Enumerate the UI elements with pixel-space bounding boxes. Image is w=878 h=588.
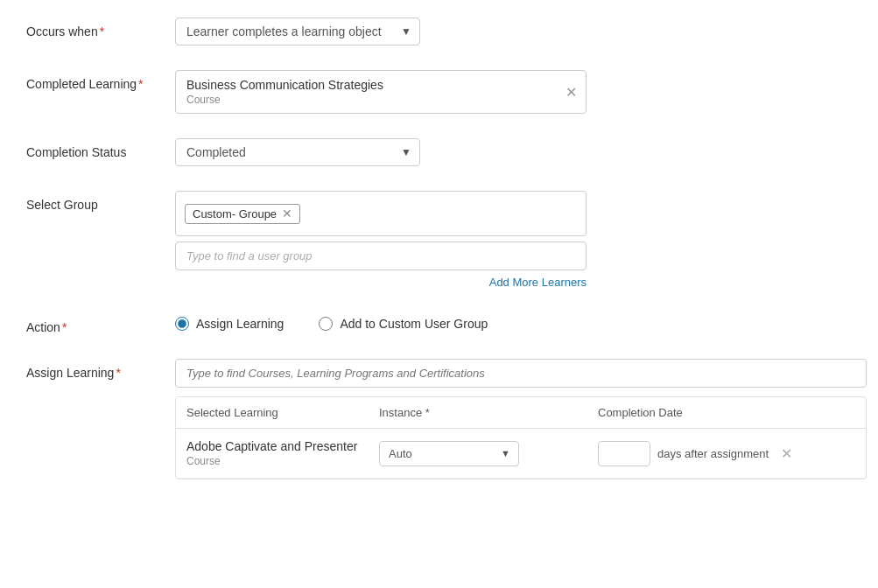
table-header: Selected Learning Instance * Completion …: [176, 397, 866, 429]
select-group-control: Custom- Groupe ✕ Add More Learners: [175, 191, 852, 289]
col-selected-learning: Selected Learning: [186, 406, 379, 419]
row-course-cell: Adobe Captivate and Presenter Course: [186, 439, 379, 467]
add-to-group-radio-label: Add to Custom User Group: [340, 317, 488, 331]
occurs-when-select[interactable]: Learner completes a learning object: [175, 18, 420, 46]
add-more-learners-link[interactable]: Add More Learners: [175, 276, 587, 289]
col-instance: Instance *: [379, 406, 598, 419]
completion-status-control: Completed Incomplete Passed Failed ▼: [175, 138, 852, 166]
action-control: Assign Learning Add to Custom User Group: [175, 313, 852, 331]
completed-learning-type: Course: [186, 94, 559, 106]
action-assign-learning-option[interactable]: Assign Learning: [175, 317, 284, 331]
assign-learning-radio-label: Assign Learning: [196, 317, 284, 331]
occurs-when-control: Learner completes a learning object ▼: [175, 18, 852, 46]
completed-learning-box: Business Communication Strategies Course…: [175, 70, 587, 114]
row-instance-cell: Auto ▼: [379, 441, 598, 466]
completed-learning-title: Business Communication Strategies: [186, 78, 559, 92]
occurs-when-select-wrapper: Learner completes a learning object ▼: [175, 18, 420, 46]
completion-status-label: Completion Status: [26, 138, 175, 159]
group-tag: Custom- Groupe ✕: [185, 204, 300, 224]
completed-learning-close-icon[interactable]: ✕: [565, 84, 577, 101]
days-after-label: days after assignment: [657, 447, 769, 460]
group-tag-input-box[interactable]: Custom- Groupe ✕: [175, 191, 587, 236]
completed-learning-control: Business Communication Strategies Course…: [175, 70, 852, 114]
assign-learning-control: Selected Learning Instance * Completion …: [175, 359, 867, 480]
assign-learning-label: Assign Learning*: [26, 359, 175, 380]
assign-learning-radio[interactable]: [175, 317, 189, 331]
assign-learning-search-input[interactable]: [175, 359, 867, 388]
completion-status-row: Completion Status Completed Incomplete P…: [26, 138, 852, 166]
row-close-icon[interactable]: ✕: [781, 445, 792, 462]
col-completion-date: Completion Date: [598, 406, 855, 419]
assign-learning-row: Assign Learning* Selected Learning Insta…: [26, 359, 852, 480]
table-row: Adobe Captivate and Presenter Course Aut…: [176, 429, 866, 479]
action-row: Action* Assign Learning Add to Custom Us…: [26, 313, 852, 334]
completion-date-area: 180 days after assignment ✕: [598, 441, 855, 466]
occurs-when-row: Occurs when* Learner completes a learnin…: [26, 18, 852, 46]
row-completion-cell: 180 days after assignment ✕: [598, 441, 855, 466]
group-tag-label: Custom- Groupe: [193, 207, 277, 220]
days-input[interactable]: 180: [598, 441, 650, 466]
row-instance-dropdown: Auto ▼: [379, 441, 519, 466]
add-to-group-radio[interactable]: [319, 317, 333, 331]
action-add-to-group-option[interactable]: Add to Custom User Group: [319, 317, 488, 331]
action-radio-group: Assign Learning Add to Custom User Group: [175, 313, 852, 331]
action-label: Action*: [26, 313, 175, 334]
select-group-label: Select Group: [26, 191, 175, 212]
row-course-type: Course: [186, 455, 379, 467]
select-group-row: Select Group Custom- Groupe ✕ Add More L…: [26, 191, 852, 289]
assign-learning-table: Selected Learning Instance * Completion …: [175, 396, 867, 480]
row-instance-select[interactable]: Auto: [379, 441, 519, 466]
group-tag-close-icon[interactable]: ✕: [282, 207, 292, 220]
occurs-when-label: Occurs when*: [26, 18, 175, 38]
group-search-input[interactable]: [175, 242, 587, 270]
completion-status-select[interactable]: Completed Incomplete Passed Failed: [175, 138, 420, 166]
completed-learning-label: Completed Learning*: [26, 70, 175, 91]
row-course-name: Adobe Captivate and Presenter: [186, 439, 379, 453]
completion-status-select-wrapper: Completed Incomplete Passed Failed ▼: [175, 138, 420, 166]
completed-learning-row: Completed Learning* Business Communicati…: [26, 70, 852, 114]
